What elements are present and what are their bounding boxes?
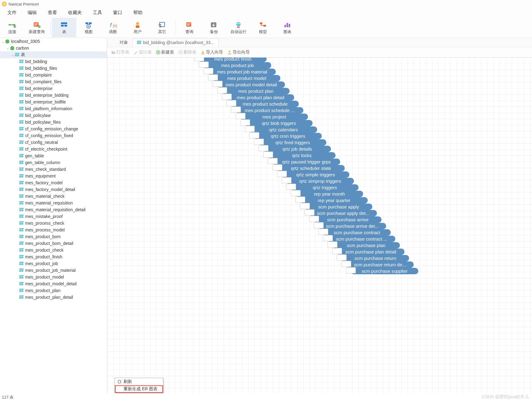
tree-tables-folder[interactable]: ⌄ 表: [0, 51, 107, 58]
er-node[interactable]: mes product model: [213, 75, 280, 81]
table-row[interactable]: mes_product_model_detail: [0, 280, 107, 287]
connect-button[interactable]: +连接: [0, 18, 25, 37]
table-row[interactable]: cf_electric_checkpoint: [0, 146, 107, 152]
table-row[interactable]: mes_product_plan: [0, 287, 107, 294]
table-row[interactable]: bid_enterprise_bidfile: [0, 99, 107, 105]
er-node[interactable]: mes product job material: [208, 69, 276, 75]
table-row[interactable]: gen_table: [0, 152, 107, 159]
er-node[interactable]: scm purchase arrive: [314, 216, 382, 223]
table-row[interactable]: mes_process_check: [0, 220, 107, 227]
er-diagram-canvas[interactable]: mes product finishmes product jobmes pro…: [107, 58, 532, 393]
chart-button[interactable]: 图表: [275, 18, 300, 37]
er-node[interactable]: mes project: [241, 114, 308, 120]
table-row[interactable]: mes_equipment: [0, 173, 107, 179]
table-row[interactable]: cf_config_neutral: [0, 139, 107, 146]
er-node[interactable]: rep year quarter: [300, 197, 368, 204]
er-node[interactable]: qrtz triggers: [291, 184, 359, 191]
menu-fav[interactable]: 收藏夹: [63, 9, 87, 17]
table-row[interactable]: mes_process_model: [0, 227, 107, 233]
new-table-button[interactable]: 新建表: [154, 50, 176, 55]
table-button[interactable]: 表: [52, 18, 76, 37]
table-row[interactable]: cf_config_emission_fixed: [0, 132, 107, 139]
table-row[interactable]: mes_material_requisition_detail: [0, 206, 107, 213]
table-row[interactable]: bid_policylaw_files: [0, 119, 107, 126]
er-node[interactable]: scm purchase plan: [332, 242, 400, 249]
import-button[interactable]: 导入向导: [199, 50, 225, 55]
table-row[interactable]: mes_check_standard: [0, 166, 107, 173]
table-row[interactable]: mes_mistake_proof: [0, 213, 107, 220]
new-query-button[interactable]: +新建查询: [25, 18, 49, 37]
table-row[interactable]: bid_platform_information: [0, 105, 107, 112]
table-row[interactable]: mes_factory_model_detail: [0, 186, 107, 193]
er-node[interactable]: scm purchase contract ...: [328, 236, 395, 242]
ctx-regenerate-er[interactable]: 重新生成 ER 图表: [115, 385, 163, 393]
sidebar[interactable]: ⌄ localhost_3305 ⌄ carbon ⌄ 表 bid_biddin…: [0, 38, 107, 393]
table-row[interactable]: mes_product_model: [0, 274, 107, 280]
er-node[interactable]: scm purchase supplier: [351, 268, 418, 274]
table-row[interactable]: mes_material_check: [0, 193, 107, 200]
table-row[interactable]: mes_product_job_material: [0, 267, 107, 274]
er-node[interactable]: qrtz calendars: [250, 126, 317, 133]
expand-icon[interactable]: ⌄: [10, 53, 15, 57]
backup-button[interactable]: 备份: [202, 18, 226, 37]
ctx-refresh[interactable]: 刷新: [115, 378, 163, 385]
er-node[interactable]: mes product job: [204, 62, 271, 69]
er-node[interactable]: scm purchase apply: [305, 204, 372, 210]
table-row[interactable]: bid_enterprise: [0, 85, 107, 92]
table-row[interactable]: mes_product_check: [0, 247, 107, 253]
tree-connection[interactable]: ⌄ localhost_3305: [0, 38, 107, 45]
er-node[interactable]: mes product finish: [199, 58, 267, 62]
er-node[interactable]: mes product schedule ...: [236, 107, 303, 114]
er-node[interactable]: qrtz fired triggers: [259, 139, 326, 146]
user-button[interactable]: 用户: [125, 18, 150, 37]
table-row[interactable]: bid_policylaw: [0, 112, 107, 119]
er-node[interactable]: mes product schedule: [231, 101, 299, 107]
er-node[interactable]: mes product plan: [222, 88, 290, 94]
table-row[interactable]: mes_material_requisition: [0, 200, 107, 206]
menu-file[interactable]: 文件: [2, 9, 22, 17]
query-button[interactable]: 查询: [177, 18, 202, 37]
er-node[interactable]: qrtz paused trigger grps: [273, 159, 340, 165]
er-node[interactable]: qrtz locks: [268, 152, 336, 159]
delete-table-button[interactable]: 删除表: [177, 50, 198, 55]
menu-help[interactable]: 帮助: [128, 9, 148, 17]
other-button[interactable]: 其它: [150, 18, 174, 37]
er-node[interactable]: qrtz blob triggers: [245, 120, 313, 126]
er-node[interactable]: rep year month: [296, 191, 363, 197]
tree-database[interactable]: ⌄ carbon: [0, 45, 107, 51]
table-row[interactable]: bid_bidding_files: [0, 65, 107, 72]
er-node[interactable]: scm purchase arrive det...: [319, 223, 386, 229]
table-row[interactable]: mes_factory_model: [0, 179, 107, 186]
fx-button[interactable]: f(x)函数: [101, 18, 125, 37]
er-node[interactable]: scm purchase apply det...: [310, 210, 377, 216]
table-row[interactable]: mes_product_bom_detail: [0, 240, 107, 247]
er-node[interactable]: qrtz scheduler state: [277, 165, 345, 171]
table-row[interactable]: bid_enterprise_bidding: [0, 92, 107, 99]
model-button[interactable]: 模型: [251, 18, 275, 37]
table-row[interactable]: bid_complaint_files: [0, 78, 107, 85]
view-button[interactable]: 视图: [76, 18, 101, 37]
er-node[interactable]: mes product plan detail: [227, 94, 294, 101]
menu-window[interactable]: 窗口: [108, 9, 128, 17]
er-node[interactable]: scm purchase contract: [323, 229, 391, 236]
design-table-button[interactable]: 设计表: [132, 50, 153, 55]
table-row[interactable]: mes_product_job: [0, 260, 107, 267]
table-row[interactable]: bid_bidding: [0, 58, 107, 65]
table-row[interactable]: mes_product_bom: [0, 233, 107, 240]
tab-objects[interactable]: 对象: [107, 39, 132, 47]
open-table-button[interactable]: 打开表: [110, 50, 131, 55]
expand-icon[interactable]: ⌄: [1, 40, 5, 43]
er-node[interactable]: scm purchase return: [342, 255, 409, 261]
er-node[interactable]: scm purchase plan detail: [337, 249, 405, 255]
er-node[interactable]: scm purchase return de...: [346, 261, 414, 268]
export-button[interactable]: 导出向导: [226, 50, 251, 55]
table-row[interactable]: mes_product_finish: [0, 253, 107, 260]
table-row[interactable]: bid_complaint: [0, 72, 107, 78]
tab-table-bid-bidding[interactable]: bid_bidding @carbon (localhost_33...: [132, 39, 218, 47]
auto-button[interactable]: 自动运行: [226, 18, 251, 37]
er-node[interactable]: qrtz simple triggers: [282, 171, 349, 178]
expand-icon[interactable]: ⌄: [6, 47, 10, 50]
er-node[interactable]: qrtz cron triggers: [254, 133, 322, 139]
table-row[interactable]: mes_product_plan_detail: [0, 294, 107, 301]
er-node[interactable]: qrtz job details: [264, 146, 331, 152]
